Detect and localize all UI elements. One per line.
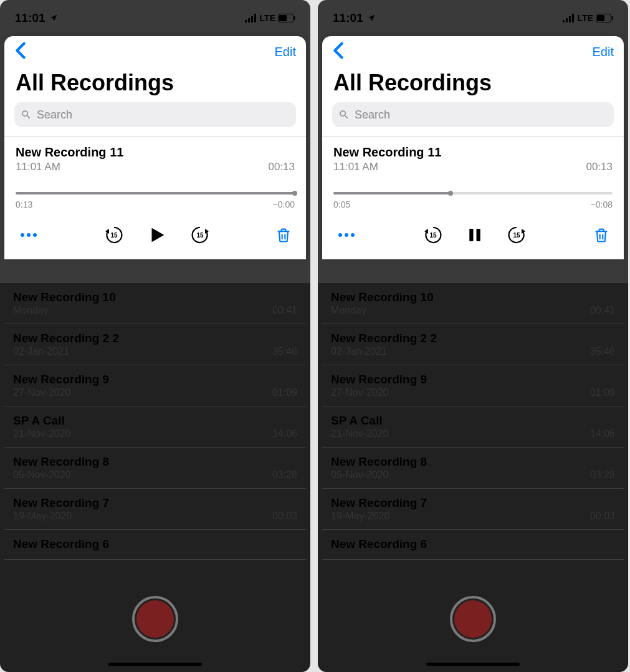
recording-title: New Recording 11 [16,145,295,160]
edit-button[interactable]: Edit [275,45,296,59]
svg-rect-0 [245,20,247,22]
svg-rect-5 [279,15,287,21]
page-title: All Recordings [322,67,624,102]
skip-forward-15-button[interactable]: 15 [507,225,527,245]
more-button[interactable] [336,233,357,237]
svg-rect-13 [566,18,568,22]
nav-row: Edit [4,36,306,67]
expanded-recording[interactable]: New Recording 11 11:01 AM 00:13 0:05 −0:… [322,137,624,259]
scrubber-fill [333,192,451,194]
status-right: LTE [245,13,295,23]
search-icon [338,109,350,120]
status-time-text: 11:01 [15,11,45,25]
delete-button[interactable] [275,226,292,244]
svg-rect-21 [469,229,473,241]
svg-rect-17 [597,15,604,21]
search-icon [21,109,32,120]
scrubber-fill [16,192,295,194]
status-time: 11:01 [15,11,58,25]
remaining-time: −0:08 [591,199,613,209]
svg-text:15: 15 [513,232,520,239]
recording-duration: 00:13 [268,161,295,173]
status-bar: 11:01 LTE [318,0,628,36]
carrier-text: LTE [578,13,593,23]
recording-title: New Recording 11 [333,145,613,160]
status-bar: 11:01 LTE [0,0,310,36]
scrubber[interactable] [16,192,295,194]
battery-icon [596,14,613,22]
edit-button[interactable]: Edit [593,45,614,59]
record-inner [136,600,174,638]
search-input[interactable]: Search [14,102,296,127]
elapsed-time: 0:05 [333,199,350,209]
nav-row: Edit [322,36,624,67]
delete-button[interactable] [593,226,610,244]
remaining-time: −0:00 [273,199,295,209]
status-time: 11:01 [333,11,376,25]
back-button[interactable] [332,42,345,62]
controls-row: 15 15 [16,209,295,249]
location-icon [367,14,376,22]
svg-marker-9 [152,228,165,242]
svg-rect-2 [251,16,253,22]
svg-text:15: 15 [110,232,118,239]
home-indicator[interactable] [108,663,202,666]
scrubber-knob[interactable] [448,191,453,196]
svg-rect-12 [563,20,565,22]
phone-right: 11:01 LTE Edit All Recordings Search New… [318,0,628,672]
record-button[interactable] [132,596,178,642]
search-input[interactable]: Search [332,102,614,127]
skip-forward-15-button[interactable]: 15 [190,225,210,245]
more-button[interactable] [18,233,39,237]
record-inner [454,600,492,638]
search-wrap: Search [322,102,624,136]
pause-button[interactable] [465,224,484,246]
controls-row: 15 15 [333,209,613,249]
sheet: Edit All Recordings Search New Recording… [322,36,624,259]
search-placeholder: Search [355,108,390,122]
record-button[interactable] [450,596,496,642]
scrubber-knob[interactable] [292,191,297,196]
home-indicator[interactable] [426,663,520,666]
svg-rect-14 [569,16,571,22]
carrier-text: LTE [260,13,275,23]
skip-back-15-button[interactable]: 15 [423,225,443,245]
svg-rect-18 [612,16,613,20]
recording-time: 11:01 AM [333,161,378,173]
search-placeholder: Search [37,108,72,122]
recording-time: 11:01 AM [16,161,60,173]
page-title: All Recordings [4,67,306,102]
svg-rect-15 [572,14,574,22]
svg-rect-6 [294,16,295,20]
expanded-recording[interactable]: New Recording 11 11:01 AM 00:13 0:13 −0:… [4,137,306,259]
back-button[interactable] [14,42,27,62]
svg-rect-3 [254,14,256,22]
svg-text:15: 15 [429,232,437,239]
cellular-icon [245,14,257,22]
search-wrap: Search [4,102,306,136]
svg-rect-22 [477,229,480,241]
skip-back-15-button[interactable]: 15 [104,225,124,245]
play-button[interactable] [146,224,168,246]
record-button-wrap [132,596,178,642]
location-icon [49,14,58,22]
record-button-wrap [450,596,496,642]
phone-left: 11:01 LTE Edit All Recordings Search New… [0,0,310,672]
scrubber[interactable] [333,192,613,194]
status-time-text: 11:01 [333,11,363,25]
svg-rect-1 [248,18,250,22]
elapsed-time: 0:13 [16,199,32,209]
recording-duration: 00:13 [586,161,613,173]
sheet: Edit All Recordings Search New Recording… [4,36,306,259]
cellular-icon [563,14,575,22]
svg-text:15: 15 [196,232,204,239]
status-right: LTE [563,13,613,23]
battery-icon [278,14,295,22]
